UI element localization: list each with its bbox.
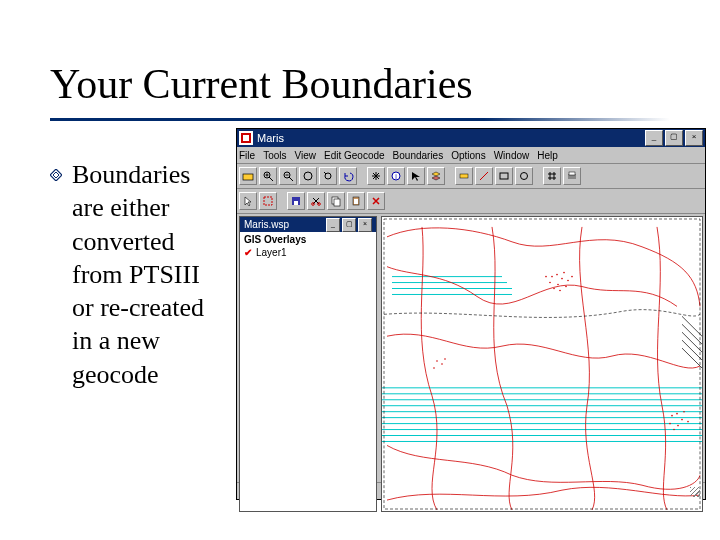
svg-point-40 xyxy=(671,415,673,417)
tool-rect-icon[interactable] xyxy=(495,167,513,185)
menubar: File Tools View Edit Geocode Boundaries … xyxy=(237,147,705,164)
svg-rect-1 xyxy=(243,135,249,141)
tool-paste-icon[interactable] xyxy=(347,192,365,210)
tool-save-icon[interactable] xyxy=(287,192,305,210)
menu-editgeocode[interactable]: Edit Geocode xyxy=(324,150,385,161)
svg-point-38 xyxy=(565,286,567,288)
tool-info-icon[interactable]: i xyxy=(387,167,405,185)
svg-point-50 xyxy=(433,367,435,369)
svg-point-48 xyxy=(436,360,438,362)
svg-point-46 xyxy=(687,421,689,423)
svg-rect-19 xyxy=(264,197,272,205)
slide: Your Current Boundaries Boundaries are e… xyxy=(0,0,720,540)
svg-point-16 xyxy=(521,173,528,180)
svg-rect-25 xyxy=(334,199,340,206)
side-panel-titlebar: Maris.wsp _ ▢ × xyxy=(240,217,376,232)
svg-point-32 xyxy=(557,284,559,286)
svg-point-45 xyxy=(683,411,685,413)
menu-view[interactable]: View xyxy=(294,150,316,161)
svg-point-36 xyxy=(545,276,547,278)
tool-grid-icon[interactable] xyxy=(543,167,561,185)
resize-grip-icon[interactable] xyxy=(687,484,701,498)
svg-point-44 xyxy=(677,425,679,427)
tool-zoomout-icon[interactable] xyxy=(279,167,297,185)
svg-point-47 xyxy=(673,429,675,431)
svg-point-10 xyxy=(304,172,312,180)
tool-measure-icon[interactable] xyxy=(455,167,473,185)
tool-layers-icon[interactable] xyxy=(427,167,445,185)
layer-row[interactable]: ✔ Layer1 xyxy=(244,247,372,258)
side-panel-body: GIS Overlays ✔ Layer1 xyxy=(240,232,376,260)
map-canvas xyxy=(382,217,702,511)
title-underline xyxy=(50,118,670,121)
menu-file[interactable]: File xyxy=(239,150,255,161)
svg-line-8 xyxy=(289,177,293,181)
menu-tools[interactable]: Tools xyxy=(263,150,286,161)
toolbar-row-2 xyxy=(237,189,705,214)
svg-point-34 xyxy=(567,280,569,282)
svg-point-31 xyxy=(549,282,551,284)
svg-rect-21 xyxy=(294,201,298,205)
svg-line-4 xyxy=(269,177,273,181)
slide-title: Your Current Boundaries xyxy=(50,60,473,108)
svg-point-51 xyxy=(444,358,446,360)
svg-point-39 xyxy=(571,276,573,278)
svg-rect-27 xyxy=(354,199,358,204)
bullet-icon xyxy=(50,169,62,181)
menu-options[interactable]: Options xyxy=(451,150,485,161)
side-panel-title: Maris.wsp xyxy=(244,219,289,230)
side-panel-max-button[interactable]: ▢ xyxy=(342,218,356,232)
tool-print-icon[interactable] xyxy=(563,167,581,185)
tool-pan-icon[interactable] xyxy=(367,167,385,185)
svg-point-41 xyxy=(676,413,678,415)
titlebar: Maris _ ▢ × xyxy=(237,129,705,147)
svg-rect-14 xyxy=(460,174,468,178)
maximize-button[interactable]: ▢ xyxy=(665,130,683,146)
tool-delete-icon[interactable] xyxy=(367,192,385,210)
svg-rect-15 xyxy=(500,173,508,179)
map-view[interactable] xyxy=(381,216,703,512)
tool-copy-icon[interactable] xyxy=(327,192,345,210)
workarea: Maris.wsp _ ▢ × GIS Overlays ✔ Layer1 xyxy=(237,214,705,483)
tool-boundary-icon[interactable] xyxy=(259,192,277,210)
tool-draw-icon[interactable] xyxy=(475,167,493,185)
tool-undo-icon[interactable] xyxy=(339,167,357,185)
app-window: Maris _ ▢ × File Tools View Edit Geocode… xyxy=(236,128,706,500)
tool-pointer-icon[interactable] xyxy=(239,192,257,210)
menu-boundaries[interactable]: Boundaries xyxy=(393,150,444,161)
tool-zoomin-icon[interactable] xyxy=(259,167,277,185)
svg-rect-2 xyxy=(243,174,253,180)
svg-point-33 xyxy=(563,272,565,274)
side-panel-min-button[interactable]: _ xyxy=(326,218,340,232)
minimize-button[interactable]: _ xyxy=(645,130,663,146)
tool-zoomprev-icon[interactable] xyxy=(319,167,337,185)
layer-name: Layer1 xyxy=(256,247,287,258)
svg-point-30 xyxy=(561,278,563,280)
tool-open-icon[interactable] xyxy=(239,167,257,185)
close-button[interactable]: × xyxy=(685,130,703,146)
svg-point-49 xyxy=(441,363,443,365)
tool-zoomfull-icon[interactable] xyxy=(299,167,317,185)
svg-point-42 xyxy=(681,419,683,421)
menu-window[interactable]: Window xyxy=(494,150,530,161)
svg-point-28 xyxy=(551,276,553,278)
app-icon xyxy=(239,131,253,145)
svg-point-35 xyxy=(553,288,555,290)
overlays-header: GIS Overlays xyxy=(244,234,372,245)
tool-cut-icon[interactable] xyxy=(307,192,325,210)
tool-select-icon[interactable] xyxy=(407,167,425,185)
side-panel: Maris.wsp _ ▢ × GIS Overlays ✔ Layer1 xyxy=(239,216,377,512)
bullet-text: Boundaries are either converted from PTS… xyxy=(72,158,227,391)
menu-help[interactable]: Help xyxy=(537,150,558,161)
svg-point-43 xyxy=(669,423,671,425)
window-title: Maris xyxy=(257,132,284,144)
side-panel-close-button[interactable]: × xyxy=(358,218,372,232)
tool-circle-icon[interactable] xyxy=(515,167,533,185)
svg-rect-18 xyxy=(569,172,575,175)
toolbar-row-1: i xyxy=(237,164,705,189)
layer-check-icon[interactable]: ✔ xyxy=(244,247,252,258)
svg-point-37 xyxy=(559,290,561,292)
svg-point-29 xyxy=(556,274,558,276)
